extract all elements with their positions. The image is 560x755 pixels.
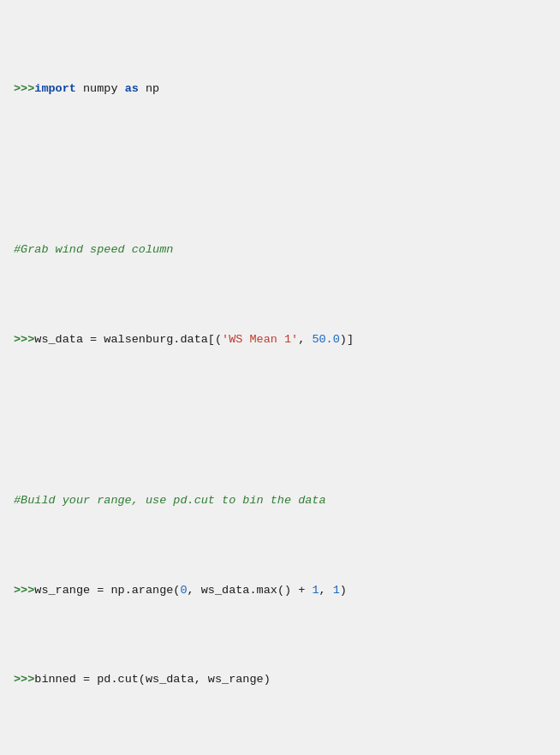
comment-grab-wind: #Grab wind speed column [14, 241, 546, 259]
ws-range-line: >>>ws_range = np.arange(0, ws_data.max()… [14, 582, 546, 600]
comment-build-range: #Build your range, use pd.cut to bin the… [14, 492, 546, 510]
prompt-wsdata: >>> [14, 333, 34, 346]
number-50: 50.0 [312, 333, 339, 346]
empty-line-2 [14, 402, 546, 420]
keyword-as: as [125, 82, 139, 95]
binned-line: >>>binned = pd.cut(ws_data, ws_range) [14, 671, 546, 689]
empty-line-1 [14, 152, 546, 169]
prompt-binned: >>> [14, 673, 34, 686]
prompt-wsrange: >>> [14, 584, 34, 597]
number-1b: 1 [333, 584, 340, 597]
empty-line-3 [14, 743, 546, 755]
import-line: >>>import numpy as np [14, 80, 546, 98]
number-0: 0 [180, 584, 187, 597]
code-block: >>>import numpy as np #Grab wind speed c… [0, 0, 560, 755]
keyword-import: import [34, 82, 76, 95]
ws-data-line: >>>ws_data = walsenburg.data[('WS Mean 1… [14, 331, 546, 349]
number-1a: 1 [312, 584, 319, 597]
string-ws-mean: 'WS Mean 1' [222, 333, 298, 346]
prompt-import: >>> [14, 82, 34, 95]
